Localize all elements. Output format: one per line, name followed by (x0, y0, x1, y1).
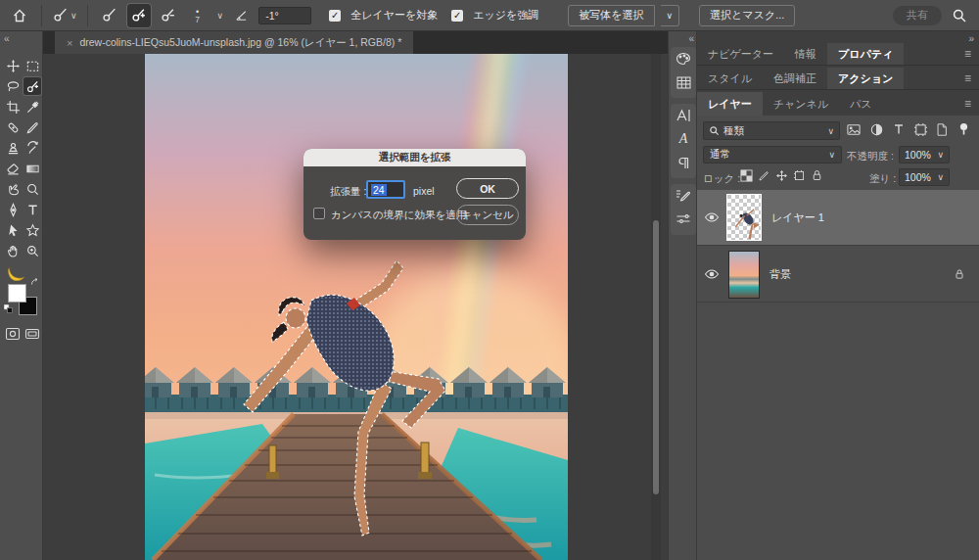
select-subject-button[interactable]: 被写体を選択 (568, 5, 654, 26)
quick-mask-button[interactable] (4, 325, 22, 343)
character-panel-icon[interactable] (671, 104, 696, 127)
tab-channels[interactable]: チャンネル (763, 92, 839, 116)
brush-tool[interactable] (23, 118, 41, 136)
lock-artboard-icon[interactable] (793, 169, 806, 182)
search-icon (709, 125, 720, 136)
dialog-title[interactable]: 選択範囲を拡張 (303, 149, 526, 166)
select-subject-dropdown[interactable]: ∨ (661, 5, 680, 26)
tab-properties[interactable]: プロパティ (827, 43, 904, 65)
swap-colors-icon[interactable] (30, 278, 41, 290)
tab-adjustments[interactable]: 色調補正 (763, 68, 827, 89)
lock-transparent-icon[interactable] (740, 169, 753, 182)
chevron-down-icon[interactable]: ∨ (217, 11, 224, 21)
eraser-tool[interactable] (4, 160, 22, 177)
collapse-tools-icon[interactable]: « (4, 33, 9, 44)
enhance-edge-checkbox[interactable]: ✓ (451, 10, 463, 22)
select-and-mask-button[interactable]: 選択とマスク... (699, 5, 795, 26)
divider (41, 5, 42, 26)
pen-tool[interactable] (4, 201, 22, 218)
lasso-tool[interactable] (4, 77, 22, 95)
paragraph-panel-icon[interactable] (671, 151, 696, 174)
layer-row-background[interactable]: 背景 (697, 247, 979, 303)
tool-preset-picker[interactable]: ∨ (52, 4, 77, 27)
panel-menu-icon[interactable]: ≡ (964, 97, 971, 111)
canvas-vertical-scrollbar[interactable] (651, 54, 661, 560)
new-selection-brush-button[interactable] (98, 4, 121, 27)
tab-styles[interactable]: スタイル (697, 68, 763, 89)
filter-adjustment-icon[interactable] (869, 122, 884, 137)
history-brush-tool[interactable] (23, 139, 41, 157)
layer-thumbnail[interactable] (726, 194, 762, 241)
close-tab-icon[interactable]: × (67, 37, 72, 49)
canvas-area[interactable] (43, 54, 668, 560)
scrollbar-thumb[interactable] (653, 220, 659, 494)
visibility-eye-icon[interactable] (697, 211, 726, 223)
tab-info[interactable]: 情報 (784, 43, 827, 65)
foreground-color-swatch[interactable] (8, 284, 26, 303)
screen-mode-button[interactable] (23, 325, 41, 343)
eyedropper-tool[interactable] (23, 98, 41, 116)
layer-row-layer1[interactable]: レイヤー 1 (697, 190, 979, 246)
blend-mode-select[interactable]: 通常 ∨ (703, 146, 842, 163)
all-layers-checkbox[interactable]: ✓ (329, 10, 341, 22)
move-tool[interactable] (4, 57, 22, 74)
collapse-dock-icon[interactable]: « (688, 33, 693, 44)
hand-tool[interactable] (4, 242, 22, 259)
tab-actions[interactable]: アクション (827, 68, 904, 89)
healing-brush-tool[interactable] (4, 118, 22, 136)
shape-tool[interactable] (23, 221, 41, 239)
cancel-button[interactable]: キャンセル (456, 205, 519, 225)
lock-all-icon[interactable] (811, 168, 823, 182)
filter-toggle-pin[interactable] (957, 121, 970, 137)
search-icon[interactable] (948, 4, 971, 27)
panel-menu-icon[interactable]: ≡ (964, 71, 971, 85)
marquee-tool[interactable] (23, 57, 41, 74)
path-selection-tool[interactable] (4, 221, 22, 239)
banana-plugin-icon[interactable] (6, 264, 31, 282)
brushes-panel-icon[interactable] (671, 208, 696, 231)
visibility-eye-icon[interactable] (697, 268, 726, 280)
photo-document[interactable] (145, 54, 568, 560)
home-icon[interactable] (8, 4, 31, 27)
tab-layers[interactable]: レイヤー (697, 92, 763, 116)
brush-angle-field[interactable]: -1° (258, 7, 311, 24)
layer-name[interactable]: レイヤー 1 (771, 210, 824, 225)
brush-size-picker[interactable]: • 7 (186, 4, 210, 27)
layer-filter-dropdown[interactable]: 種類 ∨ (703, 121, 840, 140)
zoom-tool[interactable] (23, 242, 41, 259)
fill-field[interactable]: 100% ∨ (899, 168, 950, 186)
background-thumbnail[interactable] (728, 251, 760, 299)
tab-paths[interactable]: パス (839, 92, 883, 116)
crop-tool[interactable] (4, 98, 22, 116)
panel-menu-icon[interactable]: ≡ (964, 47, 971, 61)
document-tab-bar: × drew-colins-LIEQsu5JuoM-unsplash.jpg @… (43, 31, 668, 54)
quick-selection-tool[interactable] (23, 77, 41, 95)
apply-at-bounds-checkbox[interactable] (313, 208, 325, 219)
opacity-field[interactable]: 100% ∨ (899, 146, 950, 163)
type-tool[interactable] (23, 201, 41, 218)
filter-smart-object-icon[interactable] (935, 122, 949, 137)
amount-input[interactable]: 24 (366, 180, 405, 199)
dodge-tool[interactable] (23, 180, 41, 198)
clone-stamp-tool[interactable] (4, 139, 22, 157)
add-to-selection-brush-button[interactable] (127, 4, 151, 27)
filter-shape-icon[interactable] (913, 122, 928, 137)
smudge-tool[interactable] (4, 180, 22, 198)
subtract-from-selection-brush-button[interactable] (157, 4, 180, 27)
ok-button[interactable]: OK (456, 178, 519, 199)
tab-navigator[interactable]: ナビゲーター (697, 43, 784, 65)
lock-position-icon[interactable] (775, 169, 788, 182)
color-panel-icon[interactable] (671, 47, 696, 70)
brush-settings-panel-icon[interactable] (671, 184, 696, 208)
filter-image-icon[interactable] (846, 122, 862, 137)
layer-name[interactable]: 背景 (769, 267, 791, 282)
share-button[interactable]: 共有 (893, 6, 942, 25)
default-colors-icon[interactable] (4, 303, 12, 311)
glyphs-panel-icon[interactable]: A (671, 127, 696, 151)
document-tab[interactable]: × drew-colins-LIEQsu5JuoM-unsplash.jpg @… (55, 31, 413, 54)
swatches-panel-icon[interactable] (671, 70, 696, 94)
filter-type-icon[interactable] (892, 122, 906, 136)
lock-pixels-icon[interactable] (758, 169, 770, 182)
panel-group-1: ナビゲーター 情報 プロパティ ≡ (697, 43, 979, 66)
gradient-tool[interactable] (23, 160, 41, 177)
